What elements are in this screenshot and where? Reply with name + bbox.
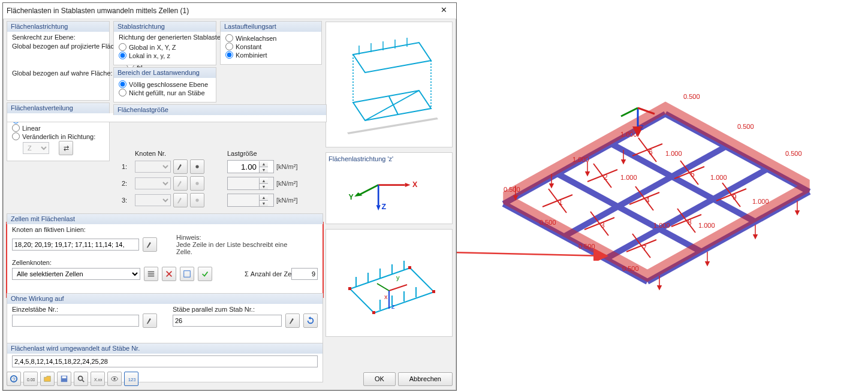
- pick-icon[interactable]: [173, 159, 188, 174]
- svg-rect-98: [348, 287, 351, 290]
- svg-line-104: [377, 284, 389, 291]
- pick-node-icon[interactable]: [190, 159, 204, 174]
- svg-line-21: [548, 189, 566, 213]
- select-alle-zellen[interactable]: Alle selektierten Zellen: [12, 268, 140, 280]
- label-parallel: Stäbe parallel zum Stab Nr.:: [173, 306, 318, 313]
- group-header: Flächenlastrichtung: [7, 21, 110, 32]
- svg-text:123: 123: [128, 377, 135, 382]
- svg-text:6: 6: [649, 148, 653, 156]
- svg-line-122: [82, 380, 85, 382]
- svg-text:1.000: 1.000: [752, 198, 769, 205]
- pick-icon[interactable]: [143, 237, 157, 252]
- select-node-2: [135, 177, 171, 189]
- select-axis-z: Z: [23, 142, 49, 154]
- zoom-icon[interactable]: [74, 372, 88, 386]
- svg-marker-115: [309, 316, 311, 319]
- radio-lokal-xyz[interactable]: Lokal in x, y, z: [119, 52, 211, 59]
- svg-marker-67: [353, 43, 431, 73]
- dialog-title: Flächenlasten in Stablasten umwandeln mi…: [7, 7, 433, 15]
- decimals-icon[interactable]: X.xx: [91, 372, 105, 386]
- help-icon[interactable]: ?: [7, 372, 21, 386]
- select-node-3: [135, 194, 171, 206]
- swap-button[interactable]: ⇄: [59, 141, 73, 155]
- svg-text:2: 2: [604, 173, 608, 182]
- pick-node-icon[interactable]: [190, 176, 204, 191]
- pick-node-icon[interactable]: [190, 193, 204, 207]
- svg-text:3: 3: [601, 221, 605, 230]
- input-p3: ▲▼: [227, 194, 274, 207]
- group-header: Bereich der Lastanwendung: [113, 67, 216, 78]
- svg-text:4: 4: [646, 196, 650, 204]
- select-node-1: [135, 161, 171, 173]
- save-icon[interactable]: [57, 372, 71, 386]
- close-button[interactable]: ✕: [433, 5, 454, 17]
- preview-local: x y z: [326, 229, 453, 337]
- svg-point-108: [195, 165, 198, 168]
- numbers-icon[interactable]: 123: [124, 372, 138, 386]
- svg-rect-100: [432, 290, 435, 293]
- radio-nichtgefuellt[interactable]: Nicht gefüllt, nur an Stäbe: [119, 89, 211, 97]
- radio-veraenderlich[interactable]: Veränderlich in Richtung:: [12, 132, 104, 140]
- svg-marker-80: [405, 183, 411, 187]
- output-anzahl: [291, 268, 318, 280]
- dialog-window: Flächenlasten in Stablasten umwandeln mi…: [2, 2, 457, 391]
- pick-icon[interactable]: [143, 313, 157, 328]
- eye-icon[interactable]: [107, 372, 122, 386]
- delete-icon[interactable]: [162, 267, 176, 281]
- svg-line-77: [389, 97, 398, 114]
- svg-text:x: x: [384, 293, 388, 300]
- preview-axes: Flächenlastrichtung 'z' X Y Z: [326, 152, 453, 224]
- svg-point-125: [113, 378, 116, 380]
- svg-text:1.000: 1.000: [698, 222, 715, 229]
- group-flaechenlastgroesse: Flächenlastgröße: [7, 113, 327, 122]
- edit-blue-icon[interactable]: [180, 267, 194, 281]
- svg-rect-101: [372, 311, 375, 314]
- input-p1[interactable]: ▲▼: [227, 160, 274, 173]
- cancel-button[interactable]: Abbrechen: [398, 372, 453, 386]
- radio-linear[interactable]: Linear: [12, 124, 104, 132]
- label-senkrecht: Senkrecht zur Ebene:: [12, 34, 123, 41]
- input-parallel[interactable]: [173, 315, 282, 327]
- radio-kombiniert[interactable]: Kombiniert: [225, 51, 317, 59]
- input-einzelstaebe[interactable]: [12, 315, 139, 327]
- label-globproj: Global bezogen auf projizierte Fläche:: [12, 43, 123, 68]
- open-icon[interactable]: [40, 372, 55, 386]
- radio-voellig[interactable]: Völlig geschlossene Ebene: [119, 80, 211, 88]
- label-hinweis-text: Jede Zeile in der Liste beschreibt eine …: [176, 241, 287, 255]
- list-icon[interactable]: [144, 267, 158, 281]
- svg-rect-113: [148, 276, 155, 277]
- svg-rect-99: [408, 266, 411, 269]
- group-header: Stablastrichtung: [113, 21, 216, 32]
- svg-marker-9: [647, 180, 809, 282]
- svg-text:1.000: 1.000: [620, 131, 637, 138]
- svg-text:z: z: [640, 123, 644, 131]
- group-bereich: Bereich der Lastanwendung Völlig geschlo…: [113, 76, 216, 102]
- svg-text:5: 5: [691, 170, 695, 179]
- pick-icon[interactable]: [173, 176, 188, 191]
- pick-icon[interactable]: [173, 193, 188, 207]
- radio-global-xyz[interactable]: Global in X, Y, Z: [119, 43, 211, 51]
- group-header: Lastaufteilungsart: [220, 21, 322, 32]
- svg-text:y: y: [396, 274, 400, 281]
- units-icon[interactable]: 0.00: [23, 372, 38, 386]
- svg-text:?: ?: [13, 376, 16, 382]
- svg-text:0.500: 0.500: [540, 219, 556, 226]
- reset-icon[interactable]: [303, 313, 318, 328]
- svg-text:1.000: 1.000: [572, 156, 589, 163]
- svg-text:0.500: 0.500: [622, 265, 639, 272]
- svg-text:7: 7: [643, 244, 647, 252]
- pick-icon[interactable]: [285, 313, 300, 328]
- group-header: Zellen mit Flächenlast: [7, 213, 323, 224]
- label-zellenknoten: Zellenknoten:: [12, 259, 318, 266]
- svg-marker-11: [665, 102, 809, 192]
- svg-line-82: [360, 185, 378, 195]
- svg-text:1.000: 1.000: [653, 222, 670, 229]
- ok-button[interactable]: OK: [363, 372, 396, 386]
- group-header: Flächenlast wird umgewandelt auf Stäbe N…: [7, 343, 323, 354]
- label-genrichtung: Richtung der generierten Stablasten:: [119, 34, 211, 41]
- radio-konstant-art[interactable]: Konstant: [225, 43, 317, 50]
- check-icon[interactable]: [198, 267, 212, 281]
- input-knoten-liste[interactable]: [12, 239, 139, 251]
- radio-winkelachsen[interactable]: Winkelachsen: [225, 34, 317, 42]
- group-header: Flächenlastgröße: [113, 104, 327, 115]
